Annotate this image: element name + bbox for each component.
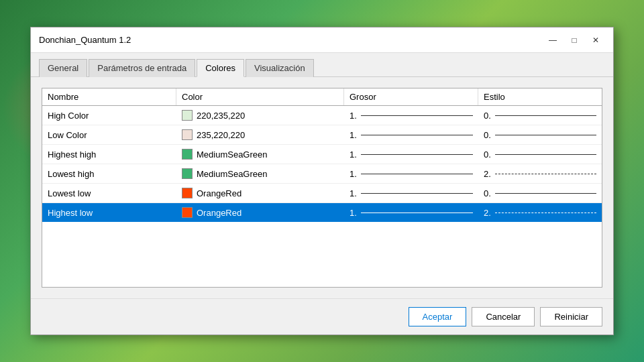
color-label: OrangeRed [197,208,241,218]
cell-estilo: 0. [478,145,602,164]
table-body: High Color 220,235,220 1. 0. Low Color 2… [42,106,602,260]
dialog-footer: Aceptar Cancelar Reiniciar [31,298,613,335]
color-swatch-icon [182,110,193,121]
color-swatch-icon [182,207,193,218]
table-row[interactable]: Lowest high MediumSeaGreen 1. 2. [42,164,602,184]
cell-grosor: 1. [344,164,478,183]
col-color: Color [176,88,344,105]
cell-nombre: Lowest high [42,164,176,183]
grosor-value: 1. [350,111,357,121]
cell-color: OrangeRed [176,184,344,202]
grosor-value: 1. [350,130,357,140]
table-row[interactable]: High Color 220,235,220 1. 0. [42,106,602,125]
window-controls: — □ ✕ [543,33,605,48]
estilo-value: 0. [484,149,491,160]
cell-color: 235,220,220 [176,125,344,144]
estilo-value: 2. [484,169,491,179]
cell-grosor: 1. [344,203,478,222]
cell-grosor: 1. [344,106,478,125]
grosor-line [361,174,473,174]
accept-button[interactable]: Aceptar [409,307,467,326]
cell-color: MediumSeaGreen [176,164,344,183]
title-bar: Donchian_Quantum 1.2 — □ ✕ [31,27,613,53]
table-row[interactable]: Highest high MediumSeaGreen 1. 0. [42,145,602,164]
grosor-value: 1. [350,169,357,179]
dialog-window: Donchian_Quantum 1.2 — □ ✕ General Parám… [30,27,614,335]
grosor-value: 1. [350,188,357,198]
col-grosor: Grosor [344,88,478,105]
cell-grosor: 1. [344,145,478,164]
color-label: 235,220,220 [197,130,245,140]
col-nombre: Nombre [42,88,176,105]
color-swatch-icon [182,129,193,140]
grosor-line [361,213,473,213]
minimize-button[interactable]: — [543,33,562,48]
reset-button[interactable]: Reiniciar [540,307,602,326]
estilo-value: 0. [484,130,491,140]
table-row[interactable]: Low Color 235,220,220 1. 0. [42,125,602,145]
color-swatch-icon [182,149,193,160]
grosor-line [361,115,473,116]
color-label: MediumSeaGreen [197,169,268,179]
window-title: Donchian_Quantum 1.2 [39,35,131,45]
col-estilo: Estilo [478,88,602,105]
cancel-button[interactable]: Cancelar [472,307,535,326]
tab-colors[interactable]: Colores [197,59,244,77]
cell-estilo: 2. [478,203,602,222]
cell-nombre: High Color [42,106,176,125]
table-row[interactable]: Highest low OrangeRed 1. 2. [42,203,602,222]
colors-table: Nombre Color Grosor Estilo High Color 22… [42,88,602,288]
cell-estilo: 0. [478,106,602,125]
table-row[interactable]: Lowest low OrangeRed 1. 0. [42,184,602,203]
cell-nombre: Highest high [42,145,176,164]
grosor-line [361,193,473,194]
cell-grosor: 1. [344,125,478,144]
color-swatch-icon [182,168,193,179]
tab-general[interactable]: General [39,59,87,77]
close-button[interactable]: ✕ [586,33,605,48]
estilo-value: 2. [484,208,491,218]
tab-content: Nombre Color Grosor Estilo High Color 22… [31,77,613,298]
cell-color: OrangeRed [176,203,344,222]
cell-nombre: Low Color [42,125,176,144]
tab-params[interactable]: Parámetros de entrada [89,59,195,77]
cell-nombre: Highest low [42,203,176,222]
cell-color: MediumSeaGreen [176,145,344,164]
color-label: 220,235,220 [197,111,245,121]
estilo-value: 0. [484,188,491,198]
color-label: MediumSeaGreen [197,149,268,160]
cell-estilo: 2. [478,164,602,183]
grosor-line [361,135,473,135]
tab-bar: General Parámetros de entrada Colores Vi… [31,53,613,77]
cell-estilo: 0. [478,125,602,144]
cell-grosor: 1. [344,184,478,202]
tab-visualization[interactable]: Visualización [246,59,314,77]
color-swatch-icon [182,188,193,198]
estilo-value: 0. [484,111,491,121]
grosor-line [361,154,473,155]
grosor-value: 1. [350,208,357,218]
cell-estilo: 0. [478,184,602,202]
maximize-button[interactable]: □ [565,33,584,48]
table-header: Nombre Color Grosor Estilo [42,88,602,106]
color-label: OrangeRed [197,188,241,198]
grosor-value: 1. [350,149,357,160]
cell-nombre: Lowest low [42,184,176,202]
cell-color: 220,235,220 [176,106,344,125]
